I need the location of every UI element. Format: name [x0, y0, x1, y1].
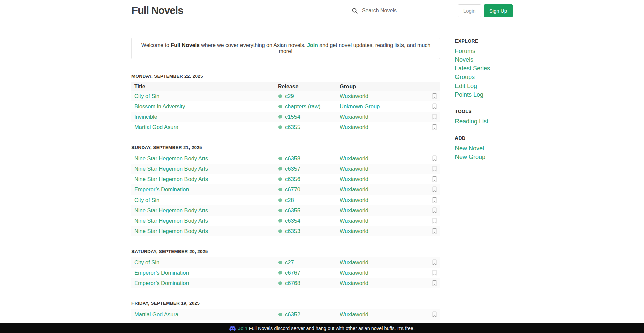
novel-title-link[interactable]: Nine Star Hegemon Body Arts: [134, 207, 208, 213]
release-link[interactable]: c6358: [285, 155, 300, 162]
bookmark-icon[interactable]: [432, 176, 437, 182]
bookmark-icon[interactable]: [432, 207, 437, 214]
sidebar-link-novels[interactable]: Novels: [455, 55, 513, 64]
release-link[interactable]: c6357: [285, 166, 300, 172]
release-link[interactable]: c6355: [285, 124, 300, 130]
login-button[interactable]: Login: [458, 4, 481, 17]
sidebar-link-points-log[interactable]: Points Log: [455, 90, 513, 99]
footer-text: Full Novels discord server and hang out …: [249, 326, 415, 331]
release-sections: MONDAY, SEPTEMBER 22, 2025 Title Release…: [131, 74, 440, 333]
bookmark-icon[interactable]: [432, 270, 437, 276]
chat-bubble-icon: [278, 104, 283, 109]
release-link[interactable]: c6768: [285, 280, 300, 286]
novel-title-link[interactable]: Invincible: [134, 114, 157, 120]
novel-title-link[interactable]: City of Sin: [134, 93, 159, 99]
bookmark-icon[interactable]: [432, 259, 437, 266]
group-link[interactable]: Wuxiaworld: [340, 207, 368, 213]
novel-title-link[interactable]: City of Sin: [134, 259, 159, 265]
bookmark-icon[interactable]: [432, 197, 437, 203]
bookmark-icon[interactable]: [432, 280, 437, 286]
group-link[interactable]: Wuxiaworld: [340, 124, 368, 130]
group-link[interactable]: Wuxiaworld: [340, 218, 368, 224]
sidebar-link-groups[interactable]: Groups: [455, 73, 513, 81]
release-day-section: SUNDAY, SEPTEMBER 21, 2025 Nine Star Heg…: [131, 145, 440, 236]
novel-title-link[interactable]: Martial God Asura: [134, 311, 178, 317]
novel-title-link[interactable]: Blossom in Adversity: [134, 103, 185, 109]
group-link[interactable]: Wuxiaworld: [340, 155, 368, 161]
novel-title-link[interactable]: Emperor’s Domination: [134, 270, 189, 276]
group-link[interactable]: Wuxiaworld: [340, 311, 368, 317]
table-row: Martial God Asura c6352 Wuxiaworld: [131, 309, 440, 320]
release-link[interactable]: c6353: [285, 228, 300, 234]
release-link[interactable]: c28: [285, 197, 294, 203]
release-link[interactable]: c29: [285, 93, 294, 99]
release-link[interactable]: chapters (raw): [285, 103, 320, 110]
novel-title-link[interactable]: Nine Star Hegemon Body Arts: [134, 176, 208, 182]
bookmark-icon[interactable]: [432, 311, 437, 318]
footer-join-link[interactable]: Join: [238, 326, 247, 331]
bookmark-icon[interactable]: [432, 228, 437, 234]
novel-title-link[interactable]: Emperor’s Domination: [134, 280, 189, 286]
sidebar-link-latest-series[interactable]: Latest Series: [455, 64, 513, 73]
search-input[interactable]: [362, 8, 429, 14]
table-row: City of Sin c29 Wuxiaworld: [131, 91, 440, 101]
group-link[interactable]: Wuxiaworld: [340, 166, 368, 172]
sidebar-links: ForumsNovelsLatest SeriesGroupsEdit LogP…: [455, 47, 513, 99]
release-link[interactable]: c1554: [285, 114, 300, 120]
welcome-join-link[interactable]: Join: [307, 42, 318, 48]
sidebar-link-new-group[interactable]: New Group: [455, 153, 513, 161]
novel-title-link[interactable]: Martial God Asura: [134, 124, 178, 130]
novel-title-link[interactable]: Nine Star Hegemon Body Arts: [134, 228, 208, 234]
group-link[interactable]: Wuxiaworld: [340, 259, 368, 265]
bookmark-icon[interactable]: [432, 103, 437, 110]
table-row: Nine Star Hegemon Body Arts c6356 Wuxiaw…: [131, 174, 440, 184]
search-icon: [352, 8, 358, 14]
chat-bubble-icon: [278, 219, 283, 223]
signup-button[interactable]: Sign Up: [484, 4, 513, 17]
novel-title-link[interactable]: Nine Star Hegemon Body Arts: [134, 166, 208, 172]
section-date: MONDAY, SEPTEMBER 22, 2025: [131, 74, 440, 79]
release-link[interactable]: c27: [285, 259, 294, 266]
sidebar-link-edit-log[interactable]: Edit Log: [455, 81, 513, 90]
sidebar-heading: TOOLS: [455, 109, 513, 114]
group-link[interactable]: Wuxiaworld: [340, 280, 368, 286]
release-link[interactable]: c6770: [285, 186, 300, 193]
section-date: SATURDAY, SEPTEMBER 20, 2025: [131, 249, 440, 254]
release-link[interactable]: c6767: [285, 270, 300, 276]
group-link[interactable]: Wuxiaworld: [340, 186, 368, 192]
group-link[interactable]: Wuxiaworld: [340, 176, 368, 182]
bookmark-icon[interactable]: [432, 186, 437, 193]
group-link[interactable]: Wuxiaworld: [340, 93, 368, 99]
sidebar-link-new-novel[interactable]: New Novel: [455, 144, 513, 153]
search-box[interactable]: [352, 8, 436, 14]
release-link[interactable]: c6355: [285, 207, 300, 214]
bookmark-icon[interactable]: [432, 124, 437, 130]
bookmark-icon[interactable]: [432, 166, 437, 172]
release-link[interactable]: c6352: [285, 311, 300, 318]
release-day-section: FRIDAY, SEPTEMBER 19, 2025 Martial God A…: [131, 301, 440, 320]
group-link[interactable]: Wuxiaworld: [340, 270, 368, 276]
release-link[interactable]: c6354: [285, 218, 300, 224]
site-logo[interactable]: Full Novels: [131, 5, 183, 17]
bookmark-icon[interactable]: [432, 114, 437, 120]
group-link[interactable]: Wuxiaworld: [340, 114, 368, 120]
novel-title-link[interactable]: Nine Star Hegemon Body Arts: [134, 155, 208, 161]
bookmark-icon[interactable]: [432, 155, 437, 162]
bookmark-icon[interactable]: [432, 218, 437, 224]
welcome-brand: Full Novels: [171, 42, 199, 48]
novel-title-link[interactable]: Emperor’s Domination: [134, 186, 189, 192]
novel-title-link[interactable]: Nine Star Hegemon Body Arts: [134, 218, 208, 224]
release-link[interactable]: c6356: [285, 176, 300, 182]
sidebar-links: Reading List: [455, 117, 513, 126]
group-link[interactable]: Wuxiaworld: [340, 228, 368, 234]
bookmark-icon[interactable]: [432, 93, 437, 99]
group-link[interactable]: Wuxiaworld: [340, 197, 368, 203]
novel-title-link[interactable]: City of Sin: [134, 197, 159, 203]
sidebar-link-forums[interactable]: Forums: [455, 47, 513, 55]
chat-bubble-icon: [278, 281, 283, 286]
sidebar-link-reading-list[interactable]: Reading List: [455, 117, 513, 126]
table-row: Nine Star Hegemon Body Arts c6358 Wuxiaw…: [131, 153, 440, 164]
discord-icon: [229, 326, 236, 331]
group-link[interactable]: Unknown Group: [340, 103, 380, 109]
table-row: Emperor’s Domination c6768 Wuxiaworld: [131, 278, 440, 288]
